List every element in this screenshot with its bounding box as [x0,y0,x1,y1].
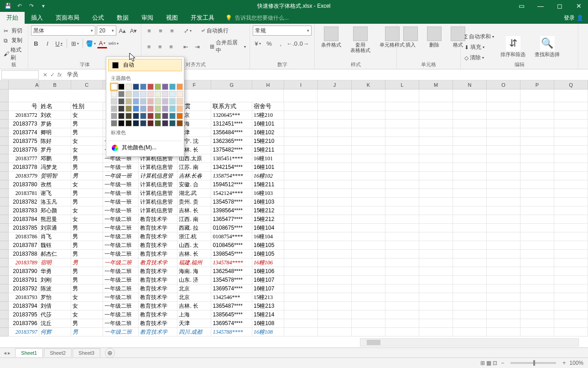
color-swatch[interactable] [169,105,176,112]
cell[interactable] [385,284,419,293]
cell[interactable]: 教育技术学 [139,241,178,250]
cell[interactable]: 宿舍号 [252,102,284,111]
cell[interactable] [554,163,588,172]
cell[interactable]: 计算机信息管 [139,189,178,198]
cell[interactable]: 16幢102 [252,128,284,137]
cell[interactable] [554,293,588,302]
cell[interactable] [520,267,554,276]
cell[interactable]: 吉林.长春 [177,172,211,180]
cell[interactable]: 20183790 [9,267,39,276]
row-header[interactable] [0,206,9,215]
col-header[interactable]: I [284,80,318,89]
cell[interactable]: 四川.成都 [177,328,211,336]
cell[interactable]: 0108754**** [211,232,252,241]
cell[interactable] [520,293,554,302]
table-row[interactable]: 20183793罗怡女一年级二班教育技术学北京1342546***15幢213 [0,293,588,302]
color-swatch[interactable] [169,113,176,119]
cell[interactable]: 16幢107 [252,276,284,284]
orientation-icon[interactable]: ⤢ [182,26,193,36]
row-header[interactable] [0,328,9,336]
cell[interactable] [352,319,385,328]
row-header[interactable] [0,310,9,319]
row-header[interactable] [0,137,9,146]
redo-icon[interactable]: ↷ [27,2,36,10]
row-header[interactable] [0,258,9,267]
cell[interactable]: 一年级二班 [103,302,139,310]
cell[interactable]: 性别 [71,102,103,111]
row-header[interactable] [0,250,9,258]
cell[interactable] [453,154,487,163]
color-swatch[interactable] [155,120,161,126]
color-swatch[interactable] [177,120,183,126]
color-swatch[interactable] [111,105,117,112]
cell[interactable]: 1385645**** [211,310,252,319]
cell[interactable] [318,102,352,111]
cell[interactable] [487,180,520,189]
color-swatch[interactable] [169,98,176,105]
cell[interactable]: 20183789 [9,258,39,267]
cell[interactable]: 1358754**** [211,172,252,180]
cell[interactable]: 16幢104 [252,232,284,241]
cell[interactable]: 一年级二班 [103,232,139,241]
cell[interactable] [554,137,588,146]
cell[interactable] [554,89,588,102]
cell[interactable]: 1369574**** [211,319,252,328]
cell[interactable] [419,189,453,198]
color-swatch[interactable] [111,84,117,90]
cell[interactable] [385,241,419,250]
cell[interactable]: 一年级一班 [103,198,139,206]
color-swatch[interactable] [162,91,168,97]
row-header[interactable] [0,180,9,189]
cell[interactable] [385,89,419,102]
zoom-slider[interactable] [510,362,556,364]
cell[interactable]: 1365487**** [211,302,252,310]
cell[interactable] [419,232,453,241]
cell[interactable] [318,224,352,232]
cell[interactable]: 教育技术学 [139,215,178,224]
cell[interactable]: 陈波 [39,284,71,293]
table-row[interactable]: 20183789宿明男一年级二班教育技术学福建.福州1345784****16幢… [0,258,588,267]
cell[interactable] [453,310,487,319]
col-header[interactable]: A [9,80,39,89]
table-row[interactable]: 20183787魏钰男一年级二班教育技术学山西. 太0108456****16幢… [0,241,588,250]
cell[interactable] [453,224,487,232]
cell[interactable] [520,284,554,293]
cell[interactable] [554,232,588,241]
cell[interactable] [520,137,554,146]
cell[interactable]: 计算机信息管 [139,206,178,215]
tab-view[interactable]: 视图 [160,12,184,24]
cell[interactable] [284,328,318,336]
number-format-combo[interactable]: 常规▾ [253,26,312,36]
color-swatch[interactable] [111,113,117,119]
cell[interactable]: 20183797 [9,328,39,336]
cell[interactable]: 计算机信息管 [139,163,178,172]
cell[interactable] [419,198,453,206]
cell[interactable] [554,146,588,154]
cell[interactable]: 16幢108 [252,328,284,336]
cell[interactable] [520,258,554,267]
zoom-out-icon[interactable]: − [501,360,504,366]
cell[interactable] [385,232,419,241]
cell[interactable] [352,276,385,284]
cell[interactable] [520,128,554,137]
sheet-nav[interactable]: ◂ ▸ [0,350,14,356]
cell[interactable] [352,267,385,276]
table-row[interactable]: 号姓名性别籍贯联系方式宿舍号 [0,102,588,111]
cell[interactable] [318,206,352,215]
cell[interactable] [453,172,487,180]
increase-decimal-icon[interactable]: ←.0 [287,38,297,48]
zoom-in-icon[interactable]: + [562,360,566,366]
color-swatch[interactable] [140,98,146,105]
cell[interactable] [385,111,419,120]
currency-icon[interactable]: ¥ [253,38,263,48]
cell[interactable] [318,267,352,276]
ribbon-options-icon[interactable]: ▭ [512,0,531,12]
cell[interactable] [318,215,352,224]
color-swatch[interactable] [155,113,161,119]
cell[interactable]: 吉林. 长 [177,250,211,258]
cell[interactable]: 16幢104 [252,224,284,232]
cell[interactable] [284,137,318,146]
cell[interactable] [520,319,554,328]
cell[interactable] [520,120,554,128]
cell[interactable] [520,172,554,180]
